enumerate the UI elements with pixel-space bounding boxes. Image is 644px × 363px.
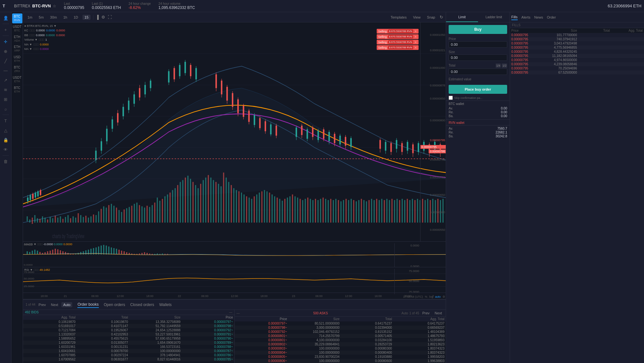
fill-row: 0.00000795 740.37941912 — [510, 37, 644, 41]
ask-row[interactable]: 0.00000804~ 100.00000000 0.00080400 1.80… — [235, 351, 446, 355]
close-label-icon-4[interactable]: ✕ — [414, 46, 417, 49]
svg-rect-70 — [187, 176, 188, 223]
snap-btn[interactable]: Snap — [425, 15, 437, 20]
ask-row[interactable]: 0.00000802~ 35,229.08864841 0.28253729 1… — [235, 342, 446, 346]
tab-open-orders[interactable]: Open orders — [104, 302, 125, 308]
market-eth-ada[interactable]: ETH ADA — [12, 34, 22, 44]
svg-rect-59 — [159, 201, 160, 222]
svg-rect-128 — [335, 199, 336, 222]
bid-row[interactable]: 1.60410661 0.00078700 100.00000000 0.000… — [23, 349, 234, 353]
tab-limit[interactable]: Limit — [446, 12, 478, 22]
price-field: Price 0.00 — [446, 36, 510, 50]
market-usdt-btc[interactable]: USDT BTC — [12, 24, 22, 34]
asks-prev-btn[interactable]: Prev — [420, 311, 432, 316]
bid-row[interactable]: 1.13320037 0.42102953 53,227.50013961 0.… — [23, 332, 234, 336]
auto-btn[interactable]: Auto — [61, 302, 73, 307]
market-usdt-eth[interactable]: USDT ETH — [12, 75, 22, 85]
shapes-icon[interactable]: △ — [1, 126, 10, 135]
tab-wallets[interactable]: Wallets — [159, 302, 172, 308]
asks-header: Price Size Total Agg. Total — [235, 317, 446, 321]
text-icon[interactable]: T — [1, 116, 10, 125]
market-btc-eth[interactable]: BTC ETH — [12, 85, 22, 95]
ask-row[interactable]: 0.00000801~ 714.25570799 0.00571405 1.48… — [235, 334, 446, 338]
market-eth-xrp[interactable]: ETH XRP — [12, 44, 22, 54]
tab-order[interactable]: Order — [547, 15, 556, 20]
templates-btn[interactable]: Templates — [389, 15, 409, 20]
close-label-icon-2[interactable]: ✕ — [414, 35, 417, 38]
lock-icon[interactable]: 🔒 — [1, 135, 10, 144]
bid-row[interactable]: 1.67009562 0.06301677 8,027.61440016 0.0… — [23, 357, 234, 361]
bid-row[interactable]: 1.60200729 0.01305077 1,654.09061670 0.0… — [23, 341, 234, 345]
candle-icon[interactable]: ▐ — [96, 15, 99, 20]
ask-row[interactable]: 0.00000792~ 102,046.49792152 0.81535152 … — [235, 330, 446, 334]
bid-row[interactable]: 1.60707885 0.00297224 378.14804941 0.000… — [23, 353, 234, 357]
add-icon[interactable]: ＋ — [1, 25, 10, 34]
svg-rect-186 — [101, 141, 102, 150]
exchange-info[interactable]: BITTREX BTC-RVN ☆ — [14, 4, 56, 8]
svg-rect-145 — [379, 200, 380, 222]
buy-button[interactable]: Buy — [449, 25, 507, 34]
trendline-icon[interactable]: ╱ — [1, 56, 10, 65]
eye-icon[interactable]: 👁 — [1, 145, 10, 154]
tab-ladder[interactable]: Ladder limit — [478, 12, 510, 22]
bid-row[interactable]: 1.60331961 0.00131231 166.53723161 0.000… — [23, 345, 234, 349]
market-usd-eth[interactable]: USD ETH — [12, 54, 22, 64]
prev-page-btn[interactable]: Prev — [37, 302, 48, 307]
interval-1m[interactable]: 1m — [26, 15, 34, 20]
tab-fills[interactable]: Fills — [511, 14, 518, 20]
tab-closed-orders[interactable]: Closed orders — [130, 302, 154, 308]
ask-row[interactable]: 0.00000806~ 100.00000000 0.00080600 1.99… — [235, 359, 446, 363]
fib-icon[interactable]: ≋ — [1, 85, 10, 94]
interval-15[interactable]: 15 — [82, 15, 90, 20]
interval-1h[interactable]: 1h — [61, 15, 69, 20]
cursor-icon[interactable]: ✛ — [1, 37, 10, 46]
place-buy-order-button[interactable]: Place buy order — [449, 85, 507, 94]
close-label-icon[interactable]: ✕ — [414, 30, 417, 33]
horizontal-icon[interactable]: — — [1, 66, 10, 75]
bid-row[interactable]: 0.71217084 0.19526067 24,654.12528888 0.… — [23, 328, 234, 332]
change-label: 24 hour change — [129, 2, 151, 5]
svg-rect-146 — [381, 199, 382, 222]
market-btc-rvn[interactable]: BTC RVN — [12, 13, 22, 23]
settings-icon[interactable]: ⚙ — [101, 15, 105, 20]
profile-icon[interactable]: 👤 — [1, 13, 10, 22]
next-page-btn[interactable]: Next — [49, 302, 60, 307]
ask-row[interactable]: 0.00000797~ 80,521.00000000 0.64175237 0… — [235, 321, 446, 326]
toolbar-sep — [93, 15, 93, 20]
channel-icon[interactable]: ⊞ — [1, 95, 10, 104]
ask-row[interactable]: 0.00000805~ 23,830.90700234 0.19183880 1… — [235, 355, 446, 359]
market-btc-zrx[interactable]: BTC ZRX — [12, 64, 22, 74]
asks-next-btn[interactable]: Next — [433, 311, 444, 316]
ask-row[interactable]: 0.00000798~ 3,000.00000000 0.02394000 0.… — [235, 326, 446, 330]
trash-icon[interactable]: 🗑 — [1, 157, 10, 166]
fill-row: 0.00000795 4,239.08058846 — [510, 62, 644, 66]
close-label-icon-3[interactable]: ✕ — [414, 41, 417, 44]
btc-ba-value: 0.00 — [501, 114, 507, 118]
ask-row[interactable]: 0.00000801~ 4,100.00000000 0.03284100 1.… — [235, 338, 446, 342]
bid-row[interactable]: 0.51691017 0.41071147 51,792.11449559 0.… — [23, 324, 234, 328]
interval-30m[interactable]: 30m — [48, 15, 59, 20]
interval-1d[interactable]: 1D — [72, 15, 80, 20]
total-input[interactable]: 0.00 — [449, 69, 507, 75]
fullscreen-icon[interactable]: ⛶ — [108, 15, 112, 20]
half-btn[interactable]: 1/2 — [502, 63, 507, 68]
price-input[interactable]: 0.00 — [449, 41, 507, 48]
refresh-icon[interactable]: ↻ — [440, 15, 443, 20]
bid-row[interactable]: 1.58895652 0.45575615 57,690.65179958 0.… — [23, 336, 234, 341]
tab-alerts[interactable]: Alerts — [522, 15, 530, 20]
view-btn[interactable]: View — [411, 15, 423, 20]
tab-order-books[interactable]: Order books — [77, 302, 98, 308]
bid-row[interactable]: 0.10619870 0.10619870 13,358.32758089 0.… — [23, 320, 234, 324]
favorite-icon[interactable]: ☆ — [53, 4, 56, 8]
interval-5m[interactable]: 5m — [37, 15, 45, 20]
svg-rect-119 — [312, 200, 313, 222]
ask-row[interactable]: 0.00000803~ 100.00000000 0.00080300 1.80… — [235, 346, 446, 351]
size-input[interactable]: 0.00 — [449, 54, 507, 61]
tab-news[interactable]: News — [534, 15, 543, 20]
svg-rect-54 — [146, 206, 147, 223]
quarter-btn[interactable]: 1/4 — [496, 63, 501, 68]
magnify-icon[interactable]: ⌕ — [1, 104, 10, 113]
skip-confirm-checkbox[interactable] — [449, 96, 453, 100]
ray-icon[interactable]: ↗ — [1, 76, 10, 85]
crosshair-icon[interactable]: ⊕ — [1, 47, 10, 56]
